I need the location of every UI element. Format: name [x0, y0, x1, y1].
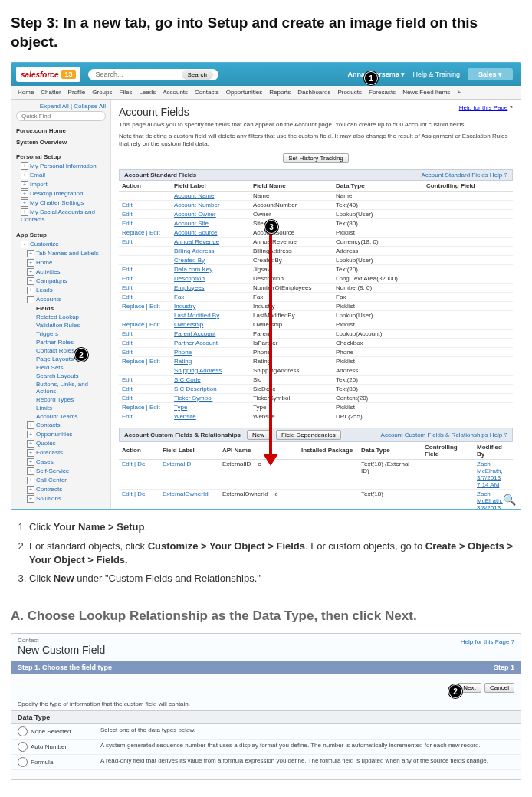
- sidebar-item[interactable]: +My Chatter Settings: [16, 198, 106, 208]
- sidebar-item[interactable]: +My Social Accounts and Contacts: [16, 208, 106, 224]
- sidebar-item[interactable]: Buttons, Links, and Actions: [16, 380, 106, 395]
- radio-auto-input[interactable]: [18, 742, 28, 752]
- field-label-link[interactable]: Account Source: [174, 229, 217, 236]
- field-label-link[interactable]: Account Name: [174, 192, 214, 199]
- sidebar-item[interactable]: Partner Roles: [16, 338, 106, 346]
- radio-none[interactable]: None Selected Select one of the data typ…: [11, 724, 521, 740]
- sidebar-item[interactable]: Fields: [16, 304, 106, 313]
- tab-opportunities[interactable]: Opportunities: [226, 89, 263, 96]
- row-action[interactable]: [119, 310, 171, 320]
- sidebar-item[interactable]: +Contracts: [16, 485, 106, 494]
- field-label-link[interactable]: Account Number: [174, 202, 220, 208]
- sidebar-item[interactable]: +Self-Service: [16, 467, 106, 476]
- field-label-link[interactable]: ExternalOwnerId: [163, 490, 209, 497]
- field-label-link[interactable]: Parent Account: [174, 330, 215, 337]
- radio-formula[interactable]: Formula A read-only field that derives i…: [11, 755, 521, 770]
- search-input[interactable]: [94, 70, 182, 79]
- row-action[interactable]: Edit: [119, 292, 171, 301]
- sidebar-item[interactable]: Field Sets: [16, 363, 106, 372]
- help-link[interactable]: Help & Training: [412, 71, 460, 78]
- field-label-link[interactable]: Data.com Key: [174, 266, 212, 273]
- expand-collapse-link[interactable]: Expand All | Collapse All: [16, 103, 106, 110]
- field-label-link[interactable]: Ownership: [174, 321, 203, 328]
- sidebar-item[interactable]: +Activities: [16, 267, 106, 277]
- sidebar-item[interactable]: +Solutions: [16, 494, 106, 503]
- tab-products[interactable]: Products: [337, 89, 362, 96]
- help-for-page-link[interactable]: Help for this Page: [459, 104, 508, 111]
- field-label-link[interactable]: Rating: [174, 358, 192, 365]
- row-action[interactable]: Edit: [119, 283, 171, 292]
- sidebar-item[interactable]: +Import: [16, 180, 106, 189]
- row-action[interactable]: Replace | Edit: [119, 301, 171, 310]
- tab-groups[interactable]: Groups: [92, 89, 112, 96]
- sidebar-item[interactable]: +Tab Names and Labels: [16, 249, 106, 258]
- field-label-link[interactable]: Account Owner: [174, 211, 216, 218]
- row-action[interactable]: Edit | Del: [119, 489, 159, 510]
- radio-auto-number[interactable]: Auto Number A system-generated sequence …: [11, 740, 521, 755]
- sidebar-item[interactable]: +My Personal Information: [16, 162, 106, 171]
- row-action[interactable]: Edit: [119, 412, 171, 421]
- field-label-link[interactable]: Description: [174, 275, 205, 282]
- sidebar-item[interactable]: Contact Roles: [16, 346, 106, 355]
- tab--[interactable]: +: [457, 89, 461, 96]
- field-label-link[interactable]: Billing Address: [174, 248, 214, 254]
- row-action[interactable]: Edit: [119, 209, 171, 218]
- row-action[interactable]: Edit: [119, 264, 171, 274]
- forcecom-home-link[interactable]: Force.com Home: [16, 127, 106, 134]
- field-label-link[interactable]: Phone: [174, 349, 192, 356]
- radio-none-input[interactable]: [18, 726, 28, 736]
- sidebar-item[interactable]: +Forecasts: [16, 448, 106, 458]
- row-action[interactable]: Edit: [119, 375, 171, 384]
- sidebar-item[interactable]: +Email: [16, 171, 106, 180]
- row-action[interactable]: Edit: [119, 347, 171, 356]
- field-label-link[interactable]: Partner Account: [174, 339, 218, 346]
- tab-reports[interactable]: Reports: [269, 89, 291, 96]
- sidebar-item[interactable]: Triggers: [16, 330, 106, 338]
- sidebar-item[interactable]: Related Lookup: [16, 313, 106, 321]
- ncf-help-link[interactable]: Help for this Page ?: [461, 634, 521, 645]
- sidebar-item[interactable]: Page Layouts: [16, 355, 106, 363]
- field-dependencies-button[interactable]: Field Dependencies: [276, 430, 341, 440]
- std-fields-help-link[interactable]: Account Standard Fields Help ?: [421, 172, 507, 179]
- sidebar-item[interactable]: +Campaigns: [16, 277, 106, 286]
- tab-profile[interactable]: Profile: [68, 89, 86, 96]
- row-action[interactable]: Replace | Edit: [119, 320, 171, 329]
- tab-forecasts[interactable]: Forecasts: [369, 89, 396, 96]
- quick-find-input[interactable]: [16, 111, 106, 121]
- tab-files[interactable]: Files: [120, 89, 133, 96]
- row-action[interactable]: Edit: [119, 237, 171, 246]
- field-label-link[interactable]: SIC Description: [174, 385, 217, 392]
- sidebar-item[interactable]: Validation Rules: [16, 321, 106, 330]
- field-label-link[interactable]: Employees: [174, 284, 205, 291]
- set-history-tracking-button[interactable]: Set History Tracking: [283, 153, 349, 163]
- sidebar-item[interactable]: +Cases: [16, 458, 106, 467]
- tab-home[interactable]: Home: [18, 89, 34, 96]
- search-button[interactable]: Search: [182, 70, 213, 80]
- tab-chatter[interactable]: Chatter: [41, 89, 61, 96]
- system-overview-link[interactable]: System Overview: [16, 139, 106, 146]
- accounts-node[interactable]: -Accounts: [16, 295, 106, 304]
- field-label-link[interactable]: ExternalID: [163, 461, 191, 467]
- sidebar-item[interactable]: +Desktop Integration: [16, 189, 106, 198]
- field-label-link[interactable]: Created By: [174, 257, 205, 264]
- row-action[interactable]: Edit: [119, 329, 171, 338]
- zoom-icon[interactable]: 🔍: [503, 494, 516, 506]
- field-label-link[interactable]: Account Site: [174, 220, 209, 227]
- row-action[interactable]: Edit: [119, 274, 171, 283]
- field-label-link[interactable]: Ticker Symbol: [174, 395, 212, 402]
- tab-news-feed-items[interactable]: News Feed Items: [402, 89, 450, 96]
- row-action[interactable]: [119, 191, 171, 200]
- cancel-button[interactable]: Cancel: [484, 683, 514, 693]
- row-action[interactable]: Edit: [119, 384, 171, 393]
- tab-dashboards[interactable]: Dashboards: [297, 89, 330, 96]
- sidebar-item[interactable]: Limits: [16, 404, 106, 412]
- field-label-link[interactable]: Annual Revenue: [174, 238, 219, 245]
- field-label-link[interactable]: SIC Code: [174, 376, 201, 383]
- field-label-link[interactable]: Type: [174, 404, 187, 411]
- sidebar-item[interactable]: Search Layouts: [16, 372, 106, 380]
- sidebar-item[interactable]: Account Teams: [16, 412, 106, 421]
- row-action[interactable]: Edit: [119, 218, 171, 228]
- row-action[interactable]: Replace | Edit: [119, 228, 171, 237]
- row-action[interactable]: [119, 366, 171, 375]
- row-action[interactable]: Replace | Edit: [119, 402, 171, 412]
